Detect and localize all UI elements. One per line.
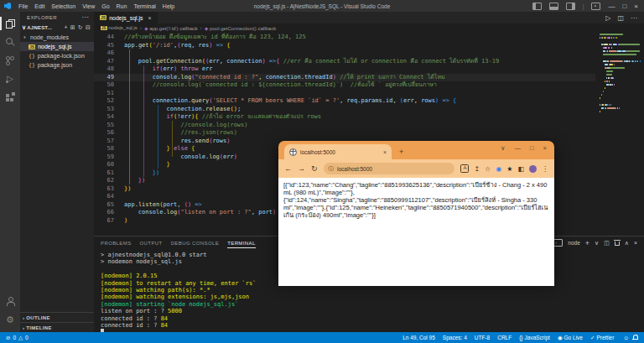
tab-search-chevron-icon[interactable]: ∨ [501,144,506,152]
extension-blue-icon[interactable]: ◉ [496,165,501,173]
errors-icon[interactable]: ⊘ [6,335,10,341]
status-ln-49-col-95[interactable]: Ln 49, Col 95 [402,335,435,340]
new-folder-icon[interactable]: ⊞ [70,24,75,31]
chrome-minimize-icon[interactable]: — [515,144,522,152]
kill-terminal-icon[interactable] [615,240,620,246]
extensions-icon[interactable] [0,88,20,107]
panel-tab-debug-console[interactable]: DEBUG CONSOLE [171,238,220,248]
run-file-icon[interactable]: ▷ [605,14,610,22]
terminal-dropdown-icon[interactable]: ∨ [595,240,599,247]
status-item-label: Prettier [596,335,614,340]
new-tab-icon[interactable]: + [399,148,403,156]
reload-icon[interactable]: ↻ [311,164,318,173]
minimap[interactable] [600,34,640,114]
editor-more-actions-icon[interactable]: ⋯ [631,14,637,22]
share-icon[interactable]: ↥ [474,165,480,173]
status-item-label: Spaces: 4 [443,335,467,340]
split-editor-icon[interactable]: ◫ [617,14,624,22]
side-panel-icon[interactable]: ◧ [517,165,524,173]
new-file-icon[interactable]: + [64,24,67,31]
line-number: 58 [94,145,114,153]
maximize-button[interactable]: □ [622,3,626,10]
toggle-panel-icon[interactable] [549,3,558,10]
site-info-icon[interactable]: ⓘ [329,165,335,173]
chrome-tab-localhost[interactable]: localhost:5000 × [284,144,392,159]
menu-run[interactable]: Run [113,3,131,9]
warnings-icon[interactable]: △ [18,335,23,341]
breadcrumb-item[interactable]: ◈ pool.getConnection() callback [205,25,276,31]
accounts-icon[interactable] [0,292,20,310]
profile-avatar[interactable] [529,165,537,173]
chrome-maximize-icon[interactable]: □ [530,144,534,152]
timeline-section[interactable]: › TIMELINE [20,322,94,332]
status-go-live[interactable]: ◉Go Live [558,335,583,341]
panel-tab-output[interactable]: OUTPUT [140,238,163,248]
panel-tab-terminal[interactable]: TERMINAL [227,238,256,248]
new-terminal-icon[interactable]: + [585,239,589,247]
menu-file[interactable]: File [15,3,31,9]
file-item[interactable]: JSnodejs_sql.js [20,42,94,51]
status-crlf[interactable]: CRLF [497,335,512,340]
maximize-panel-icon[interactable]: ∧ [625,240,629,247]
breadcrumb-item[interactable]: ◈ app.get('/:id') callback [144,25,198,31]
warnings-count[interactable]: 0 [25,335,29,340]
explorer-icon[interactable] [0,14,20,33]
source-control-icon[interactable] [0,51,20,70]
bookmark-star-icon[interactable]: ☆ [485,165,491,173]
code-text: app.get('/:id',(req, res) => { [124,42,231,50]
status-javascript[interactable]: {}JavaScript [519,335,550,340]
file-item[interactable]: {}package-lock.json [20,51,94,60]
status-utf-8[interactable]: UTF-8 [475,335,490,340]
extension-pin-star-icon[interactable]: ★ [506,165,512,173]
close-tab-icon[interactable]: × [383,149,387,155]
menu-help[interactable]: Help [159,3,178,9]
menu-edit[interactable]: Edit [31,3,48,9]
breadcrumb: JS nodejs_sql.js›◈ app.get('/:id') callb… [94,23,644,32]
line-number: 47 [94,58,114,66]
status-spaces-4[interactable]: Spaces: 4 [443,335,467,340]
close-panel-icon[interactable]: × [634,240,637,246]
workspace-section-header[interactable]: ∨ AJNEST... + ⊞ ↻ ⊟ [20,23,94,33]
feedback-icon[interactable]: ☺ [623,335,629,340]
back-icon[interactable]: ← [284,164,292,173]
status-item-label: JavaScript [525,335,550,340]
status-item-icon: {} [519,335,522,340]
code-text: connection.release(); [124,106,241,114]
minimize-button[interactable]: — [608,3,615,10]
menu-go[interactable]: Go [98,3,112,9]
file-item[interactable]: {}package.json [20,60,94,70]
menu-terminal[interactable]: Terminal [130,3,158,9]
explorer-sidebar: EXPLORER ⋯ ∨ AJNEST... + ⊞ ↻ ⊟ ›node_mod… [20,12,94,332]
panel-tab-problems[interactable]: PROBLEMS [101,238,132,248]
menu-dots-icon[interactable]: ⋮ [542,165,548,173]
forward-icon[interactable]: → [298,164,305,173]
run-and-debug-icon[interactable]: ▷ [0,70,20,88]
breadcrumb-label: pool.getConnection() callback [208,26,276,31]
close-button[interactable]: × [634,3,638,10]
views-more-icon[interactable]: ⋯ [82,13,89,21]
close-tab-icon[interactable]: × [148,15,152,21]
address-bar[interactable]: ⓘ localhost:5000 [324,163,455,174]
search-icon[interactable] [0,33,20,51]
breadcrumb-item[interactable]: JS nodejs_sql.js [101,25,138,31]
status-prettier[interactable]: ✓Prettier [590,335,614,341]
refresh-explorer-icon[interactable]: ↻ [78,24,83,31]
split-terminal-icon[interactable]: ◫ [604,240,610,247]
collapse-folders-icon[interactable]: ⊟ [86,24,91,31]
chrome-close-icon[interactable]: × [543,144,547,152]
menu-view[interactable]: View [79,3,98,9]
notifications-bell-icon[interactable] [632,335,638,340]
errors-count[interactable]: 0 [13,335,16,340]
translate-icon[interactable]: A [460,164,469,173]
line-number: 66 [94,209,114,217]
settings-gear-icon[interactable]: ⚙ [0,310,20,329]
tab-nodejs-sql[interactable]: JS nodejs_sql.js × [94,12,158,23]
toggle-sidebar-icon[interactable] [532,3,542,10]
code-text: }) [124,169,159,178]
toggle-secondary-sidebar-icon[interactable] [566,3,575,10]
menu-selection[interactable]: Selection [48,3,79,9]
customize-layout-icon[interactable] [591,3,600,10]
outline-section[interactable]: › OUTLINE [20,312,94,322]
terminal-shell-label[interactable]: node [568,240,579,246]
file-item[interactable]: ›node_modules [20,33,94,42]
